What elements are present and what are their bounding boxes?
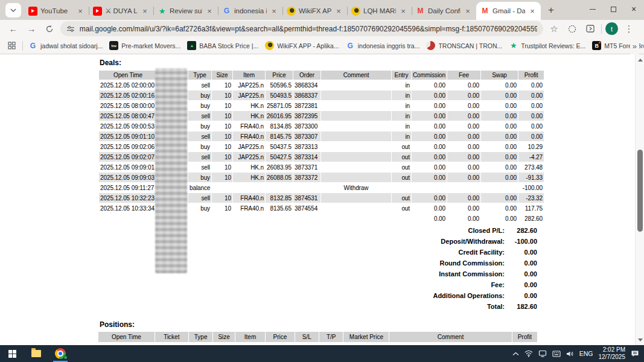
tab-title: YouTube xyxy=(40,7,73,14)
tab-close-icon[interactable]: × xyxy=(141,7,149,16)
deals-cell: out xyxy=(392,142,411,151)
deals-cell: 0.00 xyxy=(518,80,544,90)
profile-avatar[interactable]: t xyxy=(605,22,618,35)
deals-cell: 10 xyxy=(212,91,232,100)
summary-row-7: Total: 182.60 xyxy=(98,301,537,312)
close-button[interactable]: × xyxy=(623,0,644,18)
display-cast-button[interactable] xyxy=(538,350,547,357)
reload-button[interactable] xyxy=(42,22,57,36)
volume-button[interactable] xyxy=(566,351,574,357)
bookmark-item-4[interactable]: G indonesia inggris tra... xyxy=(346,41,420,50)
scroll-down-button[interactable] xyxy=(636,335,644,344)
file-explorer-button[interactable] xyxy=(24,345,48,362)
deals-cell: 50596.5 xyxy=(266,80,293,90)
tab-close-icon[interactable]: × xyxy=(270,7,278,16)
deals-cell: 0.00 xyxy=(412,101,447,110)
tab-7[interactable]: M Gmail - Daily × xyxy=(476,2,541,20)
tronscan-favicon-icon xyxy=(426,41,435,50)
deals-cell: 2025.12.05 09:09:01 xyxy=(99,162,157,172)
redacted-ticket-column xyxy=(155,68,187,273)
address-bar[interactable]: mail.google.com/mail/u/3/?ik=6af2726a3f&… xyxy=(60,21,543,36)
star-green-favicon-icon: ★ xyxy=(158,7,167,16)
bookmarks-list: G jadwal sholat sidoarj... Inv Pre-marke… xyxy=(28,41,644,50)
tray-expand-button[interactable] xyxy=(512,352,519,356)
vertical-scrollbar[interactable] xyxy=(635,54,644,345)
action-center-button[interactable] xyxy=(631,350,639,357)
tab-0[interactable]: YouTube × xyxy=(24,2,89,20)
side-panel-button[interactable] xyxy=(583,22,598,36)
keyboard-layout-button[interactable] xyxy=(552,351,561,357)
deals-cell xyxy=(293,183,320,192)
bookmark-item-3[interactable]: WikiFX APP - Aplika... xyxy=(265,41,339,50)
summary-value: 182.60 xyxy=(509,303,537,310)
bookmark-item-6[interactable]: ★ Trustpilot Reviews: E... xyxy=(509,41,585,50)
bookmark-item-1[interactable]: Inv Pre-market Movers... xyxy=(109,41,180,50)
tab-title: WikiFX APP xyxy=(299,7,331,14)
monitor-icon xyxy=(538,350,547,357)
tab-close-icon[interactable]: × xyxy=(464,7,472,16)
tab-close-icon[interactable]: × xyxy=(76,7,84,16)
deals-cell: 0.00 xyxy=(481,203,518,213)
minimize-button[interactable] xyxy=(582,0,603,18)
deals-cell: 0.00 xyxy=(447,80,480,90)
deals-cell: 2025.12.05 09:01:10 xyxy=(99,132,157,141)
bookmark-item-2[interactable]: ▲ BABA Stock Price |... xyxy=(187,41,258,50)
browser-menu-button[interactable]: ⋮ xyxy=(622,22,636,36)
language-indicator[interactable]: ENG xyxy=(579,350,593,357)
tab-5[interactable]: LQH MARKE × xyxy=(347,2,412,20)
tab-close-icon[interactable]: × xyxy=(528,7,537,16)
tab-title: ⚔ DUYA LE xyxy=(105,7,138,15)
wifi-button[interactable] xyxy=(524,350,533,357)
tab-1[interactable]: ⚔ DUYA LE × xyxy=(89,2,153,20)
deals-cell xyxy=(321,101,391,110)
tab-close-icon[interactable]: × xyxy=(205,7,214,16)
tab-title: Gmail - Daily xyxy=(493,7,525,14)
maximize-button[interactable] xyxy=(603,0,623,18)
summary-value: 282.60 xyxy=(509,227,537,234)
deals-cell xyxy=(321,91,391,100)
deals-cell: 0.00 xyxy=(447,193,480,203)
apps-grid-button[interactable] xyxy=(6,39,17,53)
bookmark-item-0[interactable]: G jadwal sholat sidoarj... xyxy=(28,41,103,50)
deals-cell: 50437.5 xyxy=(266,142,293,151)
deals-cell: 0.00 xyxy=(481,121,518,131)
deals-cell: 8135.65 xyxy=(266,203,293,213)
deals-total-cell: 0.00 xyxy=(481,214,518,223)
tab-3[interactable]: G indonesia in × xyxy=(218,2,282,20)
windows-taskbar: ENG 2:02 PM 12/7/2025 xyxy=(0,345,644,362)
taskbar-clock[interactable]: 2:02 PM 12/7/2025 xyxy=(599,346,626,361)
bookmark-item-5[interactable]: TRONSCAN | TRON... xyxy=(426,41,502,50)
deals-cell: 0.00 xyxy=(447,152,480,162)
positions-col-header: Type xyxy=(189,332,212,342)
chevron-up-icon xyxy=(512,352,519,356)
deals-cell: 0.00 xyxy=(447,91,480,100)
tab-search-button[interactable] xyxy=(5,3,21,17)
scroll-up-button[interactable] xyxy=(636,56,644,64)
bookmarks-overflow-button[interactable]: » xyxy=(630,37,639,54)
back-button[interactable]: ← xyxy=(6,22,21,36)
deals-cell: 0.00 xyxy=(447,121,480,131)
start-button[interactable] xyxy=(0,345,24,362)
deals-col-header: Comment xyxy=(321,71,391,80)
deals-cell: 0.00 xyxy=(447,132,480,141)
deals-cell: 0.00 xyxy=(481,152,518,162)
tab-2[interactable]: ★ Review subm × xyxy=(153,2,218,20)
forward-button[interactable]: → xyxy=(24,22,39,36)
wikifx-favicon-icon xyxy=(351,7,360,16)
bookmark-star-button[interactable]: ☆ xyxy=(547,22,561,36)
deals-cell: 3874554 xyxy=(293,203,320,213)
tab-close-icon[interactable]: × xyxy=(334,7,343,16)
tab-4[interactable]: WikiFX APP × xyxy=(282,2,347,20)
tab-close-icon[interactable]: × xyxy=(399,7,407,16)
chrome-taskbar-button[interactable] xyxy=(48,345,72,362)
scroll-down-icon xyxy=(638,338,643,341)
new-tab-button[interactable]: + xyxy=(543,2,559,18)
extensions-button[interactable] xyxy=(565,22,579,36)
scrollbar-thumb[interactable] xyxy=(637,150,643,232)
deals-cell: 10 xyxy=(212,173,232,182)
tab-6[interactable]: M Daily Confir × xyxy=(412,2,476,20)
deals-cell: FRA40.n xyxy=(233,193,265,203)
deals-cell: 0.00 xyxy=(481,80,518,90)
deals-cell: -23.32 xyxy=(518,193,544,203)
deals-cell: 0.00 xyxy=(412,91,447,100)
